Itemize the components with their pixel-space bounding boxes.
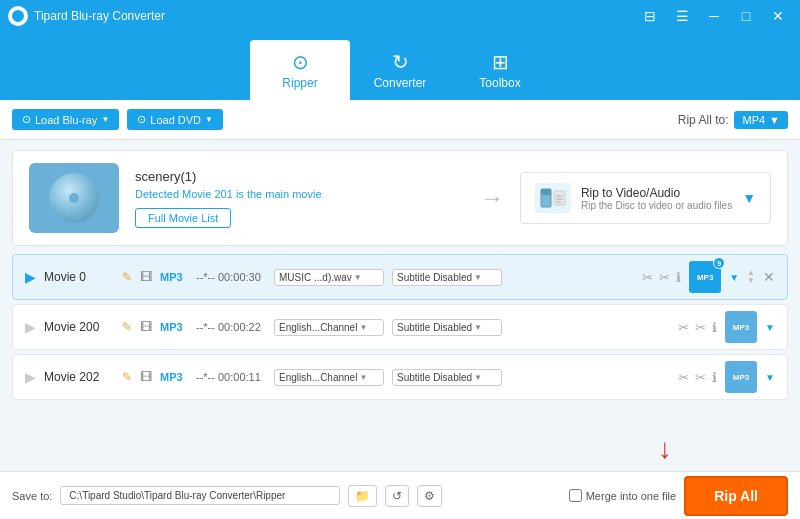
edit-icon[interactable]: ✎ [122, 370, 132, 384]
movie-list: ▶ Movie 0 ✎ 🎞 MP3 --*-- 00:00:30 MUSIC .… [12, 254, 788, 400]
rip-all-button[interactable]: Rip All [684, 476, 788, 516]
rip-all-to-section: Rip All to: MP4 ▼ [678, 111, 788, 129]
ripper-icon: ⊙ [292, 50, 309, 74]
converter-icon: ↻ [392, 50, 409, 74]
subtitle-select[interactable]: Subtitle Disabled ▼ [392, 319, 502, 336]
svg-rect-2 [554, 191, 565, 205]
toolbox-icon: ⊞ [492, 50, 509, 74]
output-format-thumb[interactable]: MP3 [725, 311, 757, 343]
edit-icon[interactable]: ✎ [122, 320, 132, 334]
disc-image [49, 173, 99, 223]
rip-option-dropdown[interactable]: ▼ [742, 190, 756, 206]
menu-btn[interactable]: ☰ [668, 2, 696, 30]
rip-option-title: Rip to Video/Audio [581, 186, 732, 200]
subtitle-value: Subtitle Disabled [397, 372, 472, 383]
rip-all-arrow-indicator: ↓ [658, 433, 672, 465]
merge-into-one-checkbox[interactable] [569, 489, 582, 502]
maximize-btn[interactable]: □ [732, 2, 760, 30]
cut-icon[interactable]: ✂ [659, 270, 670, 285]
film-icon: 🎞 [140, 370, 152, 384]
thumb-dropdown-arrow[interactable]: ▼ [765, 322, 775, 333]
audio-value: English...Channel [279, 372, 357, 383]
info-icon[interactable]: ℹ [712, 370, 717, 385]
cut-icon[interactable]: ✂ [695, 320, 706, 335]
format-badge: MP3 [160, 321, 188, 333]
load-bluray-button[interactable]: ⊙ Load Blu-ray ▼ [12, 109, 119, 130]
arrow-to-rip: → [480, 184, 504, 212]
rip-format-select[interactable]: MP4 ▼ [734, 111, 788, 129]
thumb-dropdown-arrow[interactable]: ▼ [765, 372, 775, 383]
output-format-thumb[interactable]: MP3 9 [689, 261, 721, 293]
detected-suffix: is the main movie [233, 188, 322, 200]
rip-format-value: MP4 [742, 114, 765, 126]
film-icon: 🎞 [140, 320, 152, 334]
rip-all-to-label: Rip All to: [678, 113, 729, 127]
bluray-thumbnail [29, 163, 119, 233]
movie-info: scenery(1) Detected Movie 201 is the mai… [135, 169, 464, 228]
bluray-icon: ⊙ [22, 113, 31, 126]
title-bar: Tipard Blu-ray Converter ⊟ ☰ ─ □ ✕ [0, 0, 800, 32]
play-icon[interactable]: ▶ [25, 319, 36, 335]
format-badge: MP3 [160, 371, 188, 383]
movie-title: Movie 200 [44, 320, 114, 334]
info-icon[interactable]: ℹ [712, 320, 717, 335]
trim-icon[interactable]: ✂ [678, 320, 689, 335]
thumb-badge: 9 [713, 257, 725, 269]
load-dvd-label: Load DVD [150, 114, 201, 126]
trim-icon[interactable]: ✂ [678, 370, 689, 385]
action-icons: ✂ ✂ ℹ [678, 370, 717, 385]
load-dvd-button[interactable]: ⊙ Load DVD ▼ [127, 109, 223, 130]
tab-converter-label: Converter [374, 76, 427, 90]
save-path-input[interactable]: C:\Tipard Studio\Tipard Blu-ray Converte… [60, 486, 340, 505]
subtitle-select[interactable]: Subtitle Disabled ▼ [392, 369, 502, 386]
full-movie-list-button[interactable]: Full Movie List [135, 208, 231, 228]
audio-select[interactable]: MUSIC ...d).wav ▼ [274, 269, 384, 286]
toolbar: ⊙ Load Blu-ray ▼ ⊙ Load DVD ▼ Rip All to… [0, 100, 800, 140]
thumb-dropdown-arrow[interactable]: ▼ [729, 272, 739, 283]
rip-format-arrow: ▼ [769, 114, 780, 126]
play-icon[interactable]: ▶ [25, 369, 36, 385]
merge-label-text: Merge into one file [586, 490, 677, 502]
minimize-btn[interactable]: ─ [700, 2, 728, 30]
info-icon[interactable]: ℹ [676, 270, 681, 285]
audio-select[interactable]: English...Channel ▼ [274, 319, 384, 336]
tab-ripper[interactable]: ⊙ Ripper [250, 40, 350, 100]
table-row: ▶ Movie 202 ✎ 🎞 MP3 --*-- 00:00:11 Engli… [12, 354, 788, 400]
row-remove-icon[interactable]: ✕ [763, 269, 775, 285]
action-icons: ✂ ✂ ℹ [678, 320, 717, 335]
settings-button[interactable]: ⚙ [417, 485, 442, 507]
load-bluray-label: Load Blu-ray [35, 114, 97, 126]
app-title: Tipard Blu-ray Converter [34, 9, 636, 23]
trim-icon[interactable]: ✂ [642, 270, 653, 285]
output-format-thumb[interactable]: MP3 [725, 361, 757, 393]
duration: --*-- 00:00:30 [196, 271, 266, 283]
movie-title: Movie 0 [44, 270, 114, 284]
movie-name: scenery(1) [135, 169, 464, 184]
rip-option-sub: Rip the Disc to video or audio files [581, 200, 732, 211]
rip-option-panel: Rip to Video/Audio Rip the Disc to video… [520, 172, 771, 224]
message-btn[interactable]: ⊟ [636, 2, 664, 30]
play-icon[interactable]: ▶ [25, 269, 36, 285]
table-row: ▶ Movie 0 ✎ 🎞 MP3 --*-- 00:00:30 MUSIC .… [12, 254, 788, 300]
detected-prefix: Detected [135, 188, 182, 200]
audio-dropdown-arrow: ▼ [354, 273, 362, 282]
refresh-button[interactable]: ↺ [385, 485, 409, 507]
close-btn[interactable]: ✕ [764, 2, 792, 30]
window-controls: ⊟ ☰ ─ □ ✕ [636, 2, 792, 30]
save-to-label: Save to: [12, 490, 52, 502]
thumb-format: MP3 [697, 273, 713, 282]
tab-toolbox[interactable]: ⊞ Toolbox [450, 40, 550, 100]
disc-hole [69, 193, 79, 203]
action-icons: ✂ ✂ ℹ [642, 270, 681, 285]
main-movie-name: Movie 201 [182, 188, 233, 200]
thumb-format: MP3 [733, 323, 749, 332]
row-down-arrow[interactable]: ▼ [747, 277, 755, 285]
movie-title: Movie 202 [44, 370, 114, 384]
browse-folder-button[interactable]: 📁 [348, 485, 377, 507]
load-bluray-arrow: ▼ [101, 115, 109, 124]
edit-icon[interactable]: ✎ [122, 270, 132, 284]
subtitle-select[interactable]: Subtitle Disabled ▼ [392, 269, 502, 286]
cut-icon[interactable]: ✂ [695, 370, 706, 385]
tab-converter[interactable]: ↻ Converter [350, 40, 450, 100]
audio-select[interactable]: English...Channel ▼ [274, 369, 384, 386]
